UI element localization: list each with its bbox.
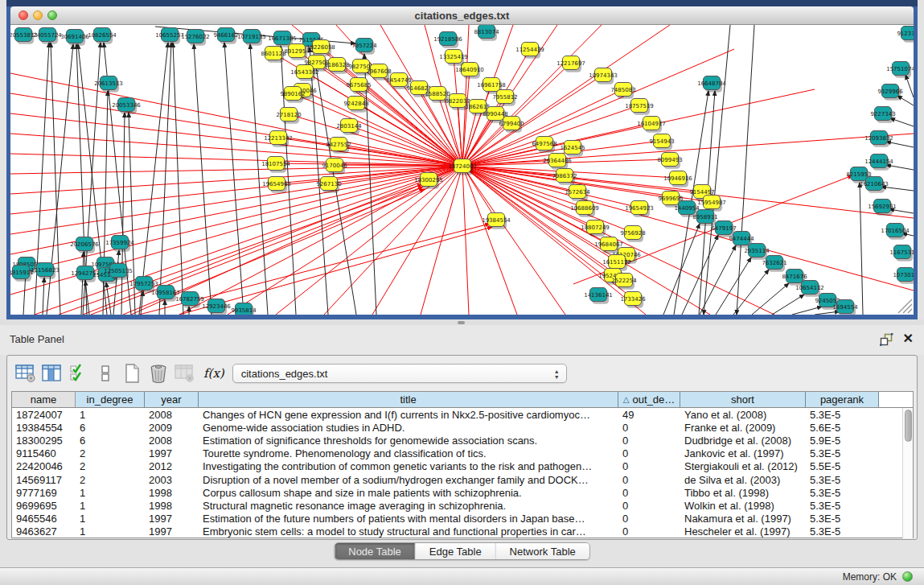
graph-node[interactable]: 19654923 — [625, 201, 654, 217]
column-header-title[interactable]: title — [199, 392, 618, 407]
close-traffic-light-icon[interactable] — [18, 10, 28, 20]
graph-node[interactable]: 15276022 — [181, 30, 210, 46]
cell-pagerank[interactable]: 5.9E-5 — [806, 434, 879, 447]
table-row[interactable]: 977716911998Corpus callosum shape and si… — [12, 486, 913, 499]
cell-year[interactable]: 2012 — [145, 460, 199, 473]
cell-short[interactable]: Tibbo et al. (1998) — [680, 486, 806, 499]
cell-out_de[interactable]: 49 — [618, 408, 680, 421]
tab-network-table[interactable]: Network Table — [496, 543, 589, 559]
cell-pagerank[interactable]: 5.3E-5 — [806, 447, 879, 460]
cell-in_degree[interactable]: 1 — [76, 499, 145, 512]
graph-node[interactable]: 1167531 — [889, 245, 914, 262]
graph-node[interactable]: 12213342 — [264, 131, 293, 147]
splitter-grip-icon[interactable] — [458, 321, 465, 324]
graph-node[interactable]: 7957224 — [351, 39, 377, 55]
cell-year[interactable]: 2009 — [145, 421, 199, 434]
cell-out_de[interactable]: 0 — [618, 499, 680, 512]
graph-node[interactable]: 18826554 — [88, 28, 117, 44]
graph-node[interactable]: 10946916 — [663, 171, 692, 187]
cell-name[interactable]: 22420046 — [12, 460, 76, 473]
cell-title[interactable]: Disruption of a novel member of a sodium… — [199, 473, 618, 486]
cell-title[interactable]: Genome-wide association studies in ADHD. — [199, 421, 618, 434]
cell-short[interactable]: Stergiakouli et al. (2012) — [680, 460, 806, 473]
cell-short[interactable]: de Silva et al. (2003) — [680, 473, 806, 486]
graph-node[interactable]: 9123741 — [897, 27, 914, 43]
graph-node[interactable]: 9154943 — [649, 134, 674, 150]
cell-in_degree[interactable]: 1 — [76, 513, 145, 525]
cell-year[interactable]: 1997 — [145, 447, 199, 460]
cell-pagerank[interactable]: 5.3E-5 — [806, 473, 879, 486]
table-settings-icon[interactable] — [14, 363, 36, 385]
cell-in_degree[interactable]: 2 — [76, 473, 145, 486]
cell-year[interactable]: 1998 — [145, 499, 199, 512]
graph-node[interactable]: 11254439 — [515, 43, 544, 59]
panel-splitter[interactable] — [0, 319, 924, 325]
network-graph-svg[interactable]: 2055381324055724306914061882655410655257… — [10, 25, 914, 315]
cell-short[interactable]: Dudbridge et al. (2008) — [680, 434, 806, 447]
graph-node[interactable]: 15751074 — [886, 62, 914, 78]
trash-icon[interactable] — [147, 363, 169, 385]
cell-pagerank[interactable]: 5.3E-5 — [806, 499, 879, 512]
graph-node[interactable]: 24055724 — [33, 28, 62, 44]
network-canvas[interactable]: 2055381324055724306914061882655410655257… — [10, 25, 914, 315]
cell-title[interactable]: Tourette syndrome. Phenomenology and cla… — [199, 447, 618, 460]
cell-in_degree[interactable]: 6 — [76, 421, 145, 434]
scrollbar-thumb[interactable] — [905, 410, 912, 442]
column-header-in_degree[interactable]: in_degree — [76, 392, 145, 407]
graph-node[interactable]: 18757519 — [625, 99, 654, 115]
cell-out_de[interactable]: 0 — [618, 513, 680, 525]
cell-short[interactable]: Yano et al. (2008) — [680, 408, 806, 421]
cell-year[interactable]: 1997 — [145, 525, 199, 538]
column-header-out_de[interactable]: △out_de… — [618, 392, 680, 407]
graph-node[interactable]: 20206576 — [70, 237, 99, 253]
graph-node[interactable]: 8601128 — [261, 47, 285, 63]
table-selector-dropdown[interactable]: citations_edges.txt ▲▼ — [232, 364, 567, 383]
cell-short[interactable]: Wolkin et al. (1998) — [680, 499, 806, 512]
graph-node[interactable]: 17016504 — [881, 224, 910, 240]
cell-pagerank[interactable]: 5.3E-5 — [806, 513, 879, 525]
cell-pagerank[interactable]: 5.3E-5 — [806, 525, 879, 538]
cell-short[interactable]: Franke et al. (2009) — [680, 421, 806, 434]
cell-out_de[interactable]: 0 — [618, 486, 680, 499]
graph-node[interactable]: 10719135 — [237, 30, 266, 46]
cell-out_de[interactable]: 0 — [618, 473, 680, 486]
graph-node[interactable]: 9170046 — [322, 159, 347, 175]
column-header-name[interactable]: name — [12, 392, 76, 407]
graph-node[interactable]: 17359924 — [105, 236, 134, 252]
graph-node[interactable]: 9329966 — [877, 84, 903, 101]
graph-node[interactable]: 16648784 — [697, 76, 726, 93]
function-builder-icon[interactable]: f(x) — [203, 366, 224, 381]
cell-in_degree[interactable]: 2 — [76, 460, 145, 473]
table-row[interactable]: 946554611997Estimation of the future num… — [12, 513, 913, 525]
cell-title[interactable]: Changes of HCN gene expression and I(f) … — [199, 408, 618, 421]
network-window-titlebar[interactable]: citations_edges.txt — [10, 6, 914, 25]
select-rows-icon[interactable] — [68, 363, 89, 385]
graph-node[interactable]: 12444154 — [864, 154, 893, 171]
graph-node[interactable]: 8813074 — [474, 25, 499, 41]
float-window-icon[interactable] — [879, 332, 893, 347]
cell-name[interactable]: 19384554 — [12, 421, 76, 434]
cell-in_degree[interactable]: 1 — [76, 408, 145, 421]
graph-node[interactable]: 9466162 — [213, 28, 238, 44]
tab-node-table[interactable]: Node Table — [335, 543, 416, 559]
graph-node[interactable]: 7485083 — [610, 83, 635, 99]
cell-year[interactable]: 1997 — [145, 513, 199, 525]
cell-name[interactable]: 9699695 — [12, 499, 76, 512]
cell-out_de[interactable]: 0 — [618, 447, 680, 460]
graph-node[interactable]: 8099493 — [657, 153, 682, 169]
vertical-scrollbar[interactable] — [902, 408, 913, 538]
graph-node[interactable]: 9935814 — [231, 303, 257, 315]
graph-node[interactable]: 1073015 — [893, 268, 914, 284]
cell-pagerank[interactable]: 5.6E-5 — [806, 421, 879, 434]
cell-name[interactable]: 9777169 — [12, 486, 76, 499]
graph-node[interactable]: 13325419 — [439, 50, 468, 66]
table-row[interactable]: 911546021997Tourette syndrome. Phenomeno… — [12, 447, 913, 460]
cell-title[interactable]: Estimation of the future numbers of pati… — [199, 513, 618, 525]
column-header-pagerank[interactable]: pagerank — [806, 392, 879, 407]
graph-node[interactable]: 18107554 — [261, 157, 290, 173]
graph-node[interactable]: 12093832 — [864, 131, 893, 147]
column-header-short[interactable]: short — [680, 392, 806, 407]
column-header-year[interactable]: year — [145, 392, 199, 407]
graph-node[interactable]: 12217697 — [556, 56, 585, 72]
cell-name[interactable]: 9115460 — [12, 447, 76, 460]
